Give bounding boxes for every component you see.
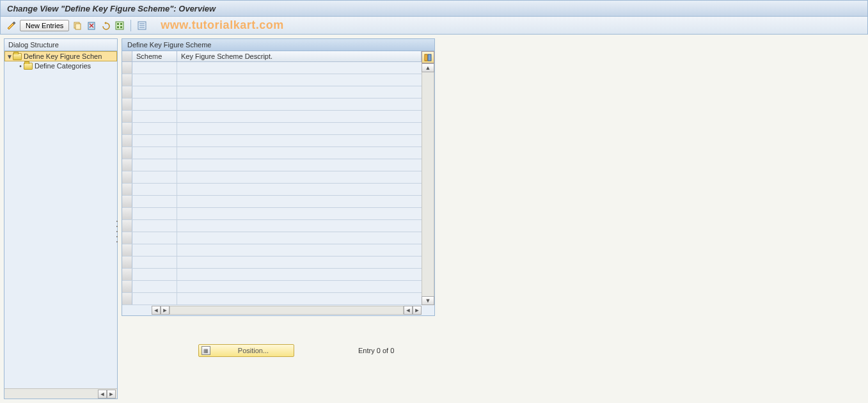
table-row[interactable]: [122, 135, 422, 147]
footer: ▦ Position... Entry 0 of 0: [122, 344, 435, 357]
panel-title: Define Key Figure Scheme: [122, 39, 434, 51]
hscroll-track[interactable]: [170, 306, 404, 315]
hscroll-right-icon[interactable]: ►: [107, 390, 116, 399]
page-title: Change View "Define Key Figure Scheme": …: [7, 4, 216, 13]
svg-rect-1: [75, 24, 81, 29]
svg-rect-8: [117, 26, 119, 28]
vscroll-down-icon[interactable]: ▼: [422, 296, 434, 305]
toolbar-divider: [130, 20, 131, 31]
table-hscroll: ◄ ► ◄ ►: [122, 305, 434, 315]
tree-item-define-categories[interactable]: • Define Categories: [4, 61, 117, 70]
tree-label: Define Key Figure Schen: [24, 52, 102, 60]
svg-rect-7: [120, 23, 122, 25]
tree-item-define-scheme[interactable]: ▼ Define Key Figure Schen: [4, 51, 117, 61]
table-row[interactable]: [122, 147, 422, 159]
table-row[interactable]: [122, 281, 422, 293]
dialog-structure-title: Dialog Structure: [4, 39, 117, 51]
undo-icon[interactable]: [100, 20, 111, 31]
hscroll-left-icon[interactable]: ◄: [98, 390, 107, 399]
col-scheme[interactable]: Scheme: [132, 51, 177, 61]
tree-label: Define Categories: [35, 62, 91, 70]
table-row[interactable]: [122, 293, 422, 305]
position-icon: ▦: [201, 346, 210, 355]
watermark-text: www.tutorialkart.com: [161, 19, 283, 32]
table: Scheme Key Figure Scheme Descript.: [122, 51, 434, 305]
table-settings-icon[interactable]: [422, 51, 434, 63]
svg-rect-14: [425, 54, 427, 61]
entry-counter: Entry 0 of 0: [358, 347, 394, 354]
table-row[interactable]: [122, 196, 422, 208]
toggle-edit-icon[interactable]: [6, 20, 17, 31]
svg-rect-9: [120, 26, 122, 28]
table-row[interactable]: [122, 257, 422, 269]
tree-bullet-icon: •: [17, 63, 24, 70]
selection-criteria-icon[interactable]: [136, 20, 148, 31]
table-row[interactable]: [122, 86, 422, 99]
select-all-icon[interactable]: [114, 20, 125, 31]
table-row[interactable]: [122, 74, 422, 86]
table-row[interactable]: [122, 208, 422, 220]
col-description[interactable]: Key Figure Scheme Descript.: [177, 51, 422, 61]
content-area: Dialog Structure ▼ Define Key Figure Sch…: [0, 35, 868, 403]
hscroll-left-icon[interactable]: ◄: [152, 306, 161, 315]
copy-icon[interactable]: [72, 20, 83, 31]
table-row[interactable]: [122, 123, 422, 135]
tree: ▼ Define Key Figure Schen • Define Categ…: [4, 51, 117, 388]
table-row[interactable]: [122, 111, 422, 123]
vscroll-up-icon[interactable]: ▲: [422, 63, 434, 72]
application-toolbar: New Entries www.tutorialkart.com: [0, 17, 868, 35]
svg-rect-15: [428, 54, 431, 61]
svg-rect-5: [116, 22, 123, 29]
position-label: Position...: [216, 347, 291, 354]
sidebar-hscroll: ◄ ►: [4, 388, 117, 399]
table-row[interactable]: [122, 244, 422, 257]
table-row[interactable]: [122, 171, 422, 184]
table-row[interactable]: [122, 269, 422, 281]
delete-icon[interactable]: [86, 20, 97, 31]
dialog-structure-panel: Dialog Structure ▼ Define Key Figure Sch…: [4, 38, 118, 399]
splitter-handle[interactable]: [115, 219, 119, 244]
position-button[interactable]: ▦ Position...: [198, 344, 294, 357]
table-side: ▲ ▼: [422, 51, 434, 305]
title-bar: Change View "Define Key Figure Scheme": …: [0, 0, 868, 17]
folder-open-icon: [13, 53, 22, 60]
table-header: Scheme Key Figure Scheme Descript.: [122, 51, 422, 62]
table-row[interactable]: [122, 232, 422, 244]
main-area: Define Key Figure Scheme Scheme Key Figu…: [122, 38, 435, 399]
folder-closed-icon: [24, 63, 33, 70]
hscroll-right-icon[interactable]: ►: [161, 306, 170, 315]
table-row[interactable]: [122, 184, 422, 196]
table-row[interactable]: [122, 99, 422, 111]
hscroll-track[interactable]: [4, 390, 98, 399]
tree-collapse-icon[interactable]: ▼: [6, 53, 13, 60]
scheme-panel: Define Key Figure Scheme Scheme Key Figu…: [122, 38, 435, 316]
select-all-column[interactable]: [122, 51, 132, 61]
svg-rect-6: [117, 23, 119, 25]
table-row[interactable]: [122, 159, 422, 171]
hscroll-left2-icon[interactable]: ◄: [404, 306, 413, 315]
table-row[interactable]: [122, 220, 422, 232]
new-entries-button[interactable]: New Entries: [20, 20, 69, 31]
hscroll-right2-icon[interactable]: ►: [413, 306, 422, 315]
table-row[interactable]: [122, 62, 422, 74]
table-body: Scheme Key Figure Scheme Descript.: [122, 51, 422, 305]
vscroll-track[interactable]: [422, 72, 434, 296]
